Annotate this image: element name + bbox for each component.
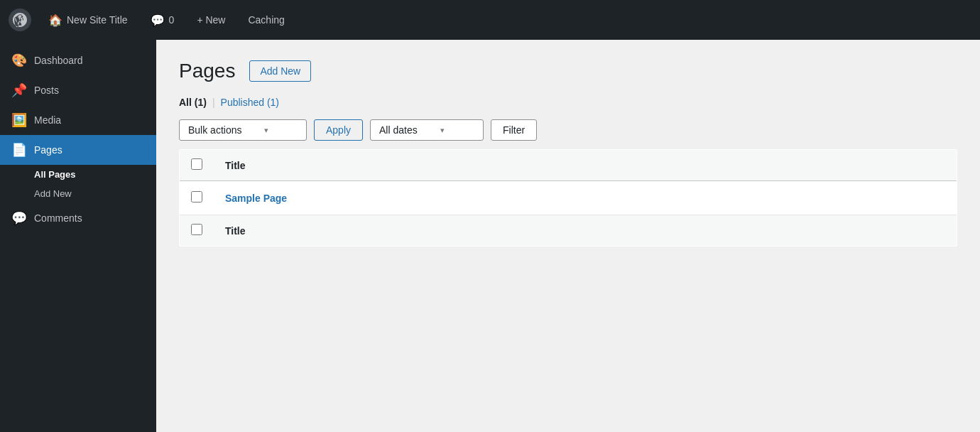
header-checkbox-cell bbox=[180, 150, 214, 181]
sidebar-item-label: Pages bbox=[34, 144, 62, 156]
comments-count: 0 bbox=[169, 14, 175, 26]
table-footer-row: Title bbox=[180, 215, 957, 247]
row-select-checkbox[interactable] bbox=[191, 191, 202, 202]
pages-table: Title Sample Page Title bbox=[179, 149, 957, 247]
media-icon: 🖼️ bbox=[11, 112, 27, 128]
sidebar-item-label: Dashboard bbox=[34, 55, 83, 66]
page-title-link[interactable]: Sample Page bbox=[225, 193, 287, 204]
add-new-button[interactable]: Add New bbox=[249, 60, 311, 82]
page-header: Pages Add New bbox=[179, 60, 957, 82]
dashboard-icon: 🎨 bbox=[11, 53, 27, 68]
filter-divider: | bbox=[212, 97, 215, 108]
comments-sidebar-icon: 💬 bbox=[11, 210, 27, 226]
sidebar: 🎨 Dashboard 📌 Posts 🖼️ Media 📄 Pages All… bbox=[0, 40, 156, 432]
admin-bar: 🏠 New Site Title 💬 0 + New Caching bbox=[0, 0, 980, 40]
page-title: Pages bbox=[179, 60, 235, 82]
page-title-cell[interactable]: Sample Page bbox=[214, 181, 957, 215]
filter-button[interactable]: Filter bbox=[491, 119, 537, 141]
all-dates-label: All dates bbox=[379, 124, 418, 136]
header-title-label: Title bbox=[225, 160, 246, 171]
footer-title-cell: Title bbox=[214, 215, 957, 247]
comments-icon: 💬 bbox=[151, 13, 165, 27]
site-title-link[interactable]: 🏠 New Site Title bbox=[43, 10, 134, 30]
sidebar-item-label: Comments bbox=[34, 212, 82, 224]
sidebar-item-label: Media bbox=[34, 114, 61, 126]
filter-all-count: (1) bbox=[195, 97, 207, 108]
comments-link[interactable]: 💬 0 bbox=[145, 10, 180, 30]
bulk-actions-label: Bulk actions bbox=[188, 124, 241, 136]
sidebar-sub-pages: All Pages Add New bbox=[0, 165, 156, 203]
new-label: + New bbox=[197, 14, 225, 26]
bulk-actions-chevron-icon: ▾ bbox=[264, 126, 268, 135]
footer-select-all-checkbox[interactable] bbox=[191, 224, 202, 235]
apply-button[interactable]: Apply bbox=[314, 119, 363, 141]
filter-all[interactable]: All (1) bbox=[179, 97, 207, 108]
sidebar-item-dashboard[interactable]: 🎨 Dashboard bbox=[0, 45, 156, 75]
sidebar-item-pages[interactable]: 📄 Pages bbox=[0, 135, 156, 165]
bulk-actions-dropdown[interactable]: Bulk actions ▾ bbox=[179, 119, 307, 141]
footer-checkbox-cell bbox=[180, 215, 214, 247]
filter-published[interactable]: Published (1) bbox=[221, 97, 280, 108]
action-bar: Bulk actions ▾ Apply All dates ▾ Filter bbox=[179, 119, 957, 141]
all-dates-dropdown[interactable]: All dates ▾ bbox=[370, 119, 484, 141]
filter-all-label: All bbox=[179, 97, 192, 108]
table-header-row: Title bbox=[180, 150, 957, 181]
table-row: Sample Page bbox=[180, 181, 957, 215]
header-title-cell: Title bbox=[214, 150, 957, 181]
content-area: Pages Add New All (1) | Published (1) Bu… bbox=[156, 40, 980, 432]
home-icon: 🏠 bbox=[48, 13, 62, 27]
pages-icon: 📄 bbox=[11, 142, 27, 158]
filter-links: All (1) | Published (1) bbox=[179, 97, 957, 108]
row-checkbox-cell bbox=[180, 181, 214, 215]
wp-logo[interactable] bbox=[9, 9, 31, 31]
sidebar-item-media[interactable]: 🖼️ Media bbox=[0, 105, 156, 135]
caching-label: Caching bbox=[248, 14, 284, 26]
sidebar-item-posts[interactable]: 📌 Posts bbox=[0, 75, 156, 105]
sidebar-item-comments[interactable]: 💬 Comments bbox=[0, 203, 156, 233]
caching-link[interactable]: Caching bbox=[242, 11, 290, 28]
all-dates-chevron-icon: ▾ bbox=[440, 126, 445, 135]
site-title-text: New Site Title bbox=[67, 14, 128, 26]
sidebar-sub-all-pages[interactable]: All Pages bbox=[34, 165, 156, 184]
main-layout: 🎨 Dashboard 📌 Posts 🖼️ Media 📄 Pages All… bbox=[0, 40, 980, 432]
sidebar-sub-add-new[interactable]: Add New bbox=[34, 184, 156, 203]
select-all-checkbox[interactable] bbox=[191, 158, 202, 170]
footer-title-label: Title bbox=[225, 225, 246, 237]
sidebar-item-label: Posts bbox=[34, 85, 59, 96]
posts-icon: 📌 bbox=[11, 82, 27, 98]
filter-published-link[interactable]: Published (1) bbox=[221, 97, 280, 108]
new-content-link[interactable]: + New bbox=[191, 11, 231, 28]
